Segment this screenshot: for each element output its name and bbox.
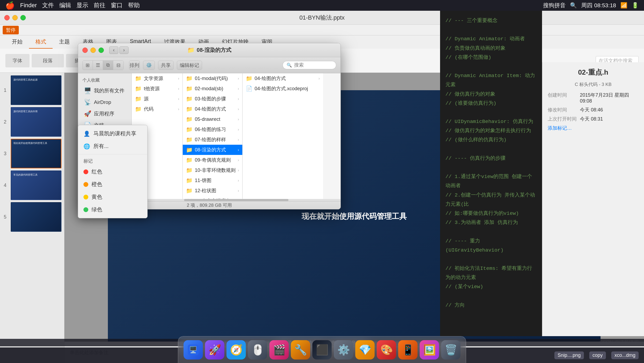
- view-icon-btn[interactable]: ⊞: [83, 61, 93, 70]
- dock-tools[interactable]: 🔧: [291, 340, 310, 360]
- action-btn[interactable]: ⚙️: [143, 61, 155, 70]
- dock-launchpad[interactable]: 🚀: [205, 340, 224, 360]
- file-item-04draw[interactable]: 📁 04-绘图的方式 ›: [183, 104, 242, 114]
- taskbar-snip[interactable]: Snip....png: [554, 351, 584, 359]
- folder-icon-other: 📁: [135, 85, 142, 92]
- ppt-maximize-btn[interactable]: [20, 15, 26, 20]
- finder-scrollbar-thumb[interactable]: [184, 199, 288, 201]
- folder-icon-09odd: 📁: [186, 157, 193, 163]
- tag-btn[interactable]: 编辑标记: [177, 61, 202, 70]
- file-item-source[interactable]: 📁 源 ›: [132, 94, 182, 104]
- stop-button[interactable]: 暂停: [3, 26, 19, 34]
- file-item-col3-1[interactable]: 📁 04-绘图的方式 ›: [243, 73, 323, 84]
- file-item-col3-2[interactable]: 📄 04-绘图的方式.xcodeproj: [243, 84, 323, 94]
- chevron-05: ›: [238, 117, 239, 121]
- file-item-col3-1-label: 04-绘图的方式: [255, 75, 286, 82]
- file-item-06draw[interactable]: 📁 06-绘图的练习 ›: [183, 124, 242, 135]
- dock-settings[interactable]: ⚙️: [334, 340, 353, 360]
- menu-view[interactable]: 显示: [76, 1, 88, 9]
- sidebar-item-apps[interactable]: 🚀 应用程序: [80, 108, 130, 119]
- sharing-item-red[interactable]: 红色: [78, 165, 147, 178]
- sharing-item-all[interactable]: 🌐 所有...: [78, 140, 147, 153]
- sharing-item-majin[interactable]: 👤 马晨凯的课程共享: [78, 127, 147, 140]
- view-column-btn[interactable]: ⧉: [103, 61, 113, 70]
- finder-close-btn[interactable]: [82, 48, 88, 53]
- slide-thumb-4[interactable]: 常见的源代码管理工具: [11, 170, 61, 200]
- taskbar-copy[interactable]: copy: [589, 351, 606, 359]
- file-item-05drawrect[interactable]: 📁 05-drawrect ›: [183, 114, 242, 124]
- sharing-item-red-label: 红色: [92, 168, 102, 175]
- file-item-literary[interactable]: 📁 文学资源 ›: [132, 73, 182, 84]
- file-item-03draw[interactable]: 📁 03-绘图的步骤 ›: [183, 94, 242, 104]
- share-btn[interactable]: 共享: [158, 61, 174, 70]
- view-list-btn[interactable]: ☰: [93, 61, 103, 70]
- dock-safari[interactable]: 🧭: [226, 340, 246, 360]
- folder-icon-08render: 📁: [186, 147, 193, 153]
- slide-thumb-5[interactable]: [11, 202, 61, 232]
- tab-start[interactable]: 开始: [5, 35, 29, 49]
- search-menubar-icon[interactable]: 🔍: [570, 2, 577, 9]
- finder-maximize-btn[interactable]: [98, 48, 104, 53]
- file-item-11pie[interactable]: 📁 11-饼图 ›: [183, 175, 242, 186]
- menu-go[interactable]: 前往: [94, 1, 105, 9]
- add-tag-link[interactable]: 添加标记…: [548, 125, 572, 131]
- slide-thumb-2[interactable]: 源代码管理工具的作用: [11, 107, 61, 137]
- tab-theme[interactable]: 主题: [53, 35, 76, 49]
- view-coverflow-btn[interactable]: ⊟: [113, 61, 123, 70]
- folder-icon-col3-1: 📁: [246, 75, 253, 82]
- menu-file[interactable]: 文件: [42, 1, 54, 9]
- dock-art[interactable]: 🎨: [377, 340, 396, 360]
- search-input[interactable]: [294, 62, 334, 68]
- code-line-14: // 如:哪要做仿真行为的view): [445, 209, 537, 218]
- ppt-titlebar: 01-BYN输法.pptx: [0, 11, 644, 25]
- file-item-12bar[interactable]: 📁 12-柱状图 ›: [183, 186, 242, 196]
- file-item-code[interactable]: 📁 代码 ›: [132, 104, 182, 114]
- sharing-all-icon: 🌐: [83, 143, 90, 150]
- dock-media[interactable]: 🎬: [269, 340, 289, 360]
- file-item-09odd[interactable]: 📁 09-奇偶填充规则 ›: [183, 155, 242, 165]
- dock-terminal[interactable]: ⬛: [312, 340, 332, 360]
- sharing-item-yellow[interactable]: 黄色: [78, 191, 147, 203]
- file-item-10nonzero[interactable]: 📁 10-非零环绕数规则 ›: [183, 165, 242, 175]
- slide-thumb-3[interactable]: 现在就开始使用源代码管理工具: [11, 139, 61, 168]
- code-line-7: // (谁要做仿真行为): [445, 99, 537, 108]
- file-item-other[interactable]: 📁 t他资源 ›: [132, 84, 182, 94]
- arrange-btn[interactable]: 排列: [129, 61, 140, 70]
- tab-format[interactable]: 格式: [29, 35, 53, 49]
- file-info-modified-label: 修改时间: [548, 107, 580, 113]
- taskbar-xco[interactable]: xco...dmg: [611, 351, 639, 359]
- dock-trash[interactable]: 🗑️: [441, 340, 460, 360]
- ppt-close-btn[interactable]: [4, 15, 10, 20]
- slide-thumb-1[interactable]: 源代码管理工具的起源: [11, 75, 61, 105]
- chevron-03: ›: [238, 97, 239, 101]
- dock-mouse[interactable]: 🖱️: [248, 340, 267, 360]
- code-line-1: // --- 三个重要概念: [445, 16, 537, 25]
- menu-window[interactable]: 窗口: [111, 1, 123, 9]
- file-item-01modal[interactable]: 📁 01-modal(代码) ›: [183, 73, 242, 84]
- file-item-07draw[interactable]: 📁 07-绘图的样样 ›: [183, 135, 242, 145]
- sharing-item-green[interactable]: 绿色: [78, 203, 147, 216]
- finder-minimize-btn[interactable]: [90, 48, 96, 53]
- dock-finder[interactable]: 🖥️: [184, 340, 203, 360]
- ppt-minimize-btn[interactable]: [12, 15, 18, 20]
- sharing-item-orange[interactable]: 橙色: [78, 178, 147, 191]
- dock-preview[interactable]: 🖼️: [420, 340, 439, 360]
- finder-search[interactable]: 🔍: [283, 61, 336, 69]
- sidebar-item-airdrop[interactable]: 📡 AirDrop: [80, 97, 130, 108]
- sort-group: 排列: [129, 60, 140, 70]
- dock-phone[interactable]: 📱: [398, 340, 418, 360]
- folder-icon-code: 📁: [135, 106, 142, 112]
- finder-forward-btn[interactable]: ›: [119, 46, 129, 54]
- apple-menu[interactable]: 🍎: [5, 1, 15, 10]
- folder-icon-10nonzero: 📁: [186, 167, 193, 173]
- menu-help[interactable]: 帮助: [128, 1, 140, 9]
- finder-back-btn[interactable]: ‹: [109, 46, 118, 54]
- sharing-person-icon: 👤: [83, 130, 90, 137]
- sidebar-item-all-files[interactable]: 🖥️ 我的所有文件: [80, 85, 130, 96]
- menu-finder[interactable]: Finder: [20, 2, 37, 9]
- dock-sketch[interactable]: 💎: [355, 340, 375, 360]
- file-item-code-label: 代码: [144, 106, 153, 112]
- file-item-02modal[interactable]: 📁 02-modal(sb) ›: [183, 84, 242, 94]
- file-item-08render[interactable]: 📁 08-渲染的方式 ›: [183, 145, 242, 155]
- menu-edit[interactable]: 编辑: [59, 1, 71, 9]
